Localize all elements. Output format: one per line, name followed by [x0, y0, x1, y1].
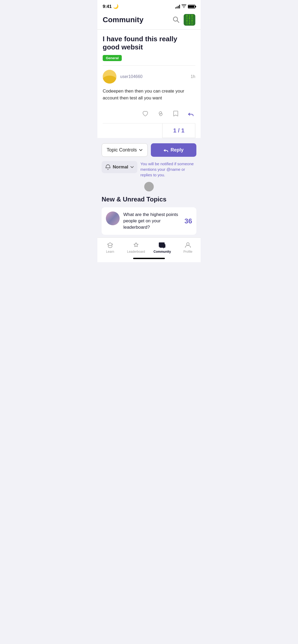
reply-button[interactable]: Reply: [151, 143, 196, 157]
bottom-nav: Learn Leaderboard Community Prof: [97, 237, 201, 256]
link-button[interactable]: [156, 109, 165, 119]
page-counter: 1 / 1: [162, 123, 195, 138]
profile-icon: [184, 241, 192, 249]
community-icon: [159, 241, 166, 249]
page-counter-wrapper: 1 / 1: [103, 123, 195, 138]
reply-post-button[interactable]: [186, 109, 195, 119]
nav-learn-label: Learn: [106, 250, 114, 254]
page-title: Community: [103, 16, 143, 24]
author-avatar: [103, 70, 116, 84]
controls-row: Topic Controls Reply: [102, 143, 196, 157]
status-icons: [175, 4, 195, 9]
status-bar: 9:41 🌙: [97, 0, 201, 11]
app-header: Community 0 1 01 0 10 1 01 0 1: [97, 11, 201, 30]
topic-avatar: [106, 211, 120, 225]
divider: [103, 65, 195, 66]
controls-section: Topic Controls Reply Normal You will be …: [97, 138, 201, 178]
topic-controls-label: Topic Controls: [107, 147, 137, 153]
search-icon: [173, 16, 179, 23]
battery-icon: [188, 5, 195, 8]
home-indicator: [97, 256, 201, 262]
learn-icon: [106, 241, 114, 249]
section-heading: New & Unread Topics: [102, 196, 196, 203]
topic-controls-button[interactable]: Topic Controls: [102, 143, 148, 157]
avatar[interactable]: 0 1 01 0 10 1 01 0 1: [184, 14, 195, 26]
header-actions: 0 1 01 0 10 1 01 0 1: [171, 14, 195, 26]
topic-content: What are the highest points people get o…: [123, 211, 181, 230]
avatar-code: 0 1 01 0 10 1 01 0 1: [186, 15, 193, 25]
search-button[interactable]: [171, 15, 180, 25]
reply-btn-label: Reply: [170, 147, 183, 153]
topic-count: 36: [184, 217, 192, 225]
bell-icon: [105, 164, 111, 170]
svg-line-1: [177, 21, 179, 22]
post-body: Codeepen then then you can create your a…: [103, 88, 195, 101]
normal-label: Normal: [113, 164, 128, 170]
post-time: 1h: [191, 74, 195, 79]
tag-badge[interactable]: General: [103, 55, 122, 61]
nav-learn[interactable]: Learn: [97, 240, 123, 255]
bookmark-button[interactable]: [171, 109, 180, 119]
leaderboard-icon: [132, 241, 140, 249]
svg-point-4: [187, 243, 189, 245]
post-meta: user104660 1h: [103, 70, 195, 84]
post-actions: [103, 107, 195, 123]
author-name: user104660: [120, 74, 143, 79]
reply-icon: [187, 111, 194, 117]
new-topics-section: New & Unread Topics What are the highest…: [97, 182, 201, 237]
nav-community-label: Community: [153, 250, 171, 254]
like-button[interactable]: [141, 109, 150, 119]
post-card: I have found this really good websit Gen…: [97, 30, 201, 138]
scroll-indicator: [144, 182, 154, 191]
nav-profile[interactable]: Profile: [175, 240, 201, 255]
post-title: I have found this really good websit: [103, 35, 195, 51]
status-time: 9:41 🌙: [103, 4, 119, 9]
nav-community[interactable]: Community: [149, 240, 175, 255]
home-bar: [133, 258, 165, 259]
chevron-down-icon: [139, 149, 143, 151]
link-icon: [157, 110, 164, 117]
heart-icon: [142, 111, 149, 117]
normal-button[interactable]: Normal: [102, 161, 137, 173]
nav-profile-label: Profile: [183, 250, 192, 254]
bookmark-icon: [173, 110, 179, 117]
nav-leaderboard-label: Leaderboard: [127, 250, 145, 254]
signal-icon: [175, 5, 180, 8]
normal-chevron-icon: [130, 166, 134, 168]
topic-title: What are the highest points people get o…: [123, 211, 181, 230]
reply-btn-icon: [164, 148, 168, 153]
main-content: I have found this really good websit Gen…: [97, 30, 201, 138]
notification-text: You will be notified if someone mentions…: [141, 161, 196, 178]
nav-leaderboard[interactable]: Leaderboard: [123, 240, 149, 255]
topic-item[interactable]: What are the highest points people get o…: [102, 207, 196, 234]
wifi-icon: [182, 4, 186, 9]
notification-row: Normal You will be notified if someone m…: [102, 161, 196, 178]
post-author: user104660: [103, 70, 143, 84]
